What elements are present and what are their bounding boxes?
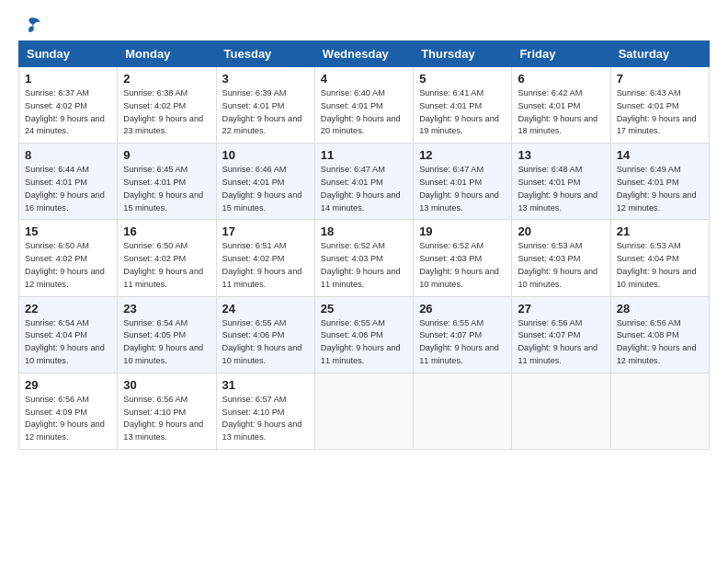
day-number: 16 xyxy=(123,224,210,238)
day-number: 28 xyxy=(617,302,703,316)
day-number: 29 xyxy=(25,378,111,392)
day-info: Sunrise: 6:54 AMSunset: 4:04 PMDaylight:… xyxy=(25,318,105,365)
header-wednesday: Wednesday xyxy=(314,41,413,67)
day-info: Sunrise: 6:37 AMSunset: 4:02 PMDaylight:… xyxy=(25,88,105,135)
calendar-cell: 31 Sunrise: 6:57 AMSunset: 4:10 PMDaylig… xyxy=(216,373,314,449)
day-info: Sunrise: 6:40 AMSunset: 4:01 PMDaylight:… xyxy=(321,88,401,135)
day-info: Sunrise: 6:39 AMSunset: 4:01 PMDaylight:… xyxy=(222,88,302,135)
day-info: Sunrise: 6:47 AMSunset: 4:01 PMDaylight:… xyxy=(419,165,499,212)
day-info: Sunrise: 6:49 AMSunset: 4:01 PMDaylight:… xyxy=(617,165,697,212)
calendar-cell xyxy=(610,373,709,449)
day-number: 24 xyxy=(222,302,309,316)
calendar-cell: 27 Sunrise: 6:56 AMSunset: 4:07 PMDaylig… xyxy=(512,296,610,373)
day-info: Sunrise: 6:56 AMSunset: 4:10 PMDaylight:… xyxy=(123,395,203,442)
calendar-cell: 1 Sunrise: 6:37 AMSunset: 4:02 PMDayligh… xyxy=(19,67,118,144)
calendar-cell: 7 Sunrise: 6:43 AMSunset: 4:01 PMDayligh… xyxy=(610,67,709,144)
day-number: 31 xyxy=(222,378,309,392)
header-thursday: Thursday xyxy=(414,41,512,67)
weekday-header-row: Sunday Monday Tuesday Wednesday Thursday… xyxy=(19,41,710,67)
calendar-cell: 12 Sunrise: 6:47 AMSunset: 4:01 PMDaylig… xyxy=(414,144,512,220)
day-info: Sunrise: 6:56 AMSunset: 4:07 PMDaylight:… xyxy=(518,318,597,365)
calendar-cell: 2 Sunrise: 6:38 AMSunset: 4:02 PMDayligh… xyxy=(118,67,216,144)
calendar-week-row: 1 Sunrise: 6:37 AMSunset: 4:02 PMDayligh… xyxy=(19,67,710,144)
day-info: Sunrise: 6:41 AMSunset: 4:01 PMDaylight:… xyxy=(419,88,499,135)
calendar-cell: 5 Sunrise: 6:41 AMSunset: 4:01 PMDayligh… xyxy=(414,67,512,144)
calendar-cell xyxy=(414,373,512,449)
calendar-cell: 13 Sunrise: 6:48 AMSunset: 4:01 PMDaylig… xyxy=(512,144,610,220)
day-info: Sunrise: 6:47 AMSunset: 4:01 PMDaylight:… xyxy=(321,165,401,212)
day-number: 27 xyxy=(518,302,604,316)
header-saturday: Saturday xyxy=(610,41,709,67)
day-info: Sunrise: 6:51 AMSunset: 4:02 PMDaylight:… xyxy=(222,241,302,288)
day-number: 14 xyxy=(617,148,703,162)
calendar-cell: 21 Sunrise: 6:53 AMSunset: 4:04 PMDaylig… xyxy=(610,220,709,296)
day-number: 18 xyxy=(321,224,407,238)
day-number: 3 xyxy=(222,72,309,86)
calendar-week-row: 8 Sunrise: 6:44 AMSunset: 4:01 PMDayligh… xyxy=(19,144,710,220)
calendar-cell: 28 Sunrise: 6:56 AMSunset: 4:08 PMDaylig… xyxy=(610,296,709,373)
day-info: Sunrise: 6:56 AMSunset: 4:09 PMDaylight:… xyxy=(25,395,105,442)
day-number: 15 xyxy=(25,224,111,238)
calendar-cell: 6 Sunrise: 6:42 AMSunset: 4:01 PMDayligh… xyxy=(512,67,610,144)
day-number: 21 xyxy=(617,224,703,238)
calendar-cell: 16 Sunrise: 6:50 AMSunset: 4:02 PMDaylig… xyxy=(118,220,216,296)
calendar-cell: 30 Sunrise: 6:56 AMSunset: 4:10 PMDaylig… xyxy=(118,373,216,449)
logo xyxy=(18,17,40,33)
day-info: Sunrise: 6:56 AMSunset: 4:08 PMDaylight:… xyxy=(617,318,697,365)
header-tuesday: Tuesday xyxy=(216,41,314,67)
calendar-cell: 9 Sunrise: 6:45 AMSunset: 4:01 PMDayligh… xyxy=(118,144,216,220)
calendar-cell: 19 Sunrise: 6:52 AMSunset: 4:03 PMDaylig… xyxy=(414,220,512,296)
day-number: 23 xyxy=(123,302,210,316)
day-number: 13 xyxy=(518,148,604,162)
calendar-cell: 18 Sunrise: 6:52 AMSunset: 4:03 PMDaylig… xyxy=(314,220,413,296)
header-sunday: Sunday xyxy=(19,41,118,67)
day-number: 1 xyxy=(25,72,111,86)
day-number: 30 xyxy=(123,378,210,392)
calendar-cell: 25 Sunrise: 6:55 AMSunset: 4:06 PMDaylig… xyxy=(314,296,413,373)
day-number: 19 xyxy=(419,224,506,238)
calendar-cell xyxy=(314,373,413,449)
day-number: 8 xyxy=(25,148,111,162)
day-info: Sunrise: 6:43 AMSunset: 4:01 PMDaylight:… xyxy=(617,88,697,135)
day-info: Sunrise: 6:42 AMSunset: 4:01 PMDaylight:… xyxy=(518,88,597,135)
day-number: 2 xyxy=(123,72,210,86)
day-number: 9 xyxy=(123,148,210,162)
day-number: 11 xyxy=(321,148,407,162)
calendar-cell: 3 Sunrise: 6:39 AMSunset: 4:01 PMDayligh… xyxy=(216,67,314,144)
calendar-week-row: 22 Sunrise: 6:54 AMSunset: 4:04 PMDaylig… xyxy=(19,296,710,373)
day-info: Sunrise: 6:38 AMSunset: 4:02 PMDaylight:… xyxy=(123,88,203,135)
calendar-week-row: 15 Sunrise: 6:50 AMSunset: 4:02 PMDaylig… xyxy=(19,220,710,296)
calendar-table: Sunday Monday Tuesday Wednesday Thursday… xyxy=(18,40,710,450)
calendar-cell: 17 Sunrise: 6:51 AMSunset: 4:02 PMDaylig… xyxy=(216,220,314,296)
day-number: 6 xyxy=(518,72,604,86)
calendar-cell: 26 Sunrise: 6:55 AMSunset: 4:07 PMDaylig… xyxy=(414,296,512,373)
day-info: Sunrise: 6:55 AMSunset: 4:07 PMDaylight:… xyxy=(419,318,499,365)
day-number: 10 xyxy=(222,148,309,162)
calendar-cell: 20 Sunrise: 6:53 AMSunset: 4:03 PMDaylig… xyxy=(512,220,610,296)
day-info: Sunrise: 6:50 AMSunset: 4:02 PMDaylight:… xyxy=(25,241,105,288)
header-monday: Monday xyxy=(118,41,216,67)
header-friday: Friday xyxy=(512,41,610,67)
day-number: 20 xyxy=(518,224,604,238)
calendar-cell: 23 Sunrise: 6:54 AMSunset: 4:05 PMDaylig… xyxy=(118,296,216,373)
day-number: 17 xyxy=(222,224,309,238)
day-info: Sunrise: 6:52 AMSunset: 4:03 PMDaylight:… xyxy=(419,241,499,288)
day-info: Sunrise: 6:53 AMSunset: 4:03 PMDaylight:… xyxy=(518,241,597,288)
calendar-cell: 29 Sunrise: 6:56 AMSunset: 4:09 PMDaylig… xyxy=(19,373,118,449)
day-number: 12 xyxy=(419,148,506,162)
calendar-cell: 8 Sunrise: 6:44 AMSunset: 4:01 PMDayligh… xyxy=(19,144,118,220)
day-info: Sunrise: 6:53 AMSunset: 4:04 PMDaylight:… xyxy=(617,241,697,288)
day-number: 22 xyxy=(25,302,111,316)
day-info: Sunrise: 6:44 AMSunset: 4:01 PMDaylight:… xyxy=(25,165,105,212)
day-info: Sunrise: 6:57 AMSunset: 4:10 PMDaylight:… xyxy=(222,395,302,442)
calendar-cell: 14 Sunrise: 6:49 AMSunset: 4:01 PMDaylig… xyxy=(610,144,709,220)
day-number: 25 xyxy=(321,302,407,316)
day-number: 26 xyxy=(419,302,506,316)
page: Sunday Monday Tuesday Wednesday Thursday… xyxy=(0,0,728,459)
calendar-cell: 15 Sunrise: 6:50 AMSunset: 4:02 PMDaylig… xyxy=(19,220,118,296)
day-info: Sunrise: 6:50 AMSunset: 4:02 PMDaylight:… xyxy=(123,241,203,288)
header-area xyxy=(18,17,710,33)
day-number: 4 xyxy=(321,72,407,86)
calendar-cell xyxy=(512,373,610,449)
calendar-cell: 4 Sunrise: 6:40 AMSunset: 4:01 PMDayligh… xyxy=(314,67,413,144)
